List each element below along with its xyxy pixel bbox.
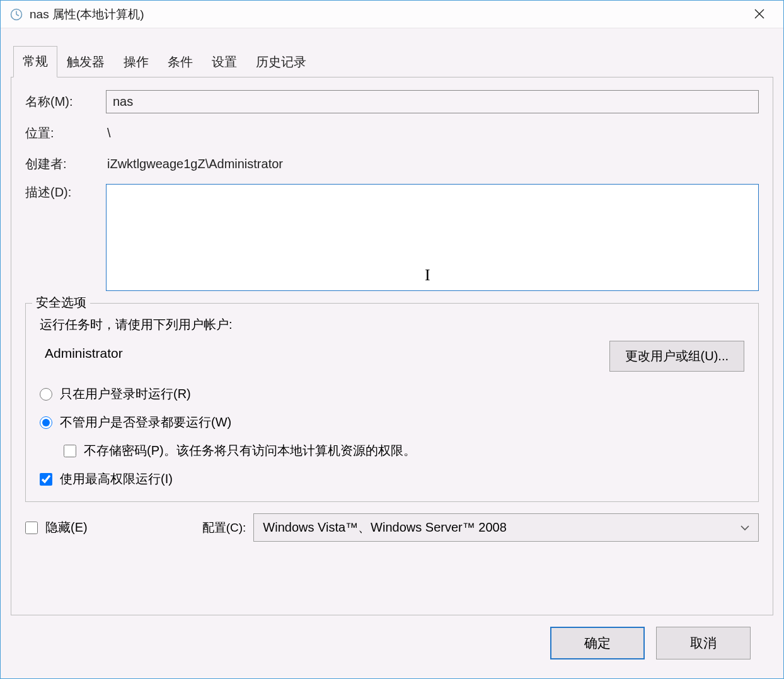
dialog-buttons: 确定 取消	[11, 615, 773, 672]
config-select[interactable]: Windows Vista™、Windows Server™ 2008	[253, 513, 759, 542]
cancel-button[interactable]: 取消	[656, 627, 751, 659]
name-label: 名称(M):	[25, 93, 106, 110]
tab-triggers[interactable]: 触发器	[57, 47, 114, 77]
no-store-pw-row[interactable]: 不存储密码(P)。该任务将只有访问本地计算机资源的权限。	[64, 442, 744, 459]
radio-logged-on-label: 只在用户登录时运行(R)	[60, 385, 191, 402]
window-title: nas 属性(本地计算机)	[30, 6, 741, 23]
highest-priv-checkbox[interactable]	[40, 473, 52, 486]
tabstrip: 常规 触发器 操作 条件 设置 历史记录	[13, 47, 773, 77]
content-area: 常规 触发器 操作 条件 设置 历史记录 名称(M): 位置: \ 创建者:	[1, 28, 783, 678]
author-value: iZwktlgweage1gZ\Administrator	[106, 153, 759, 175]
security-groupbox: 安全选项 运行任务时，请使用下列用户帐户: Administrator 更改用户…	[25, 303, 759, 502]
config-value: Windows Vista™、Windows Server™ 2008	[263, 519, 506, 536]
radio-any[interactable]	[40, 416, 52, 429]
hidden-label: 隐藏(E)	[45, 519, 88, 536]
dialog-window: nas 属性(本地计算机) 常规 触发器 操作 条件 设置 历史记录 名称(M)…	[0, 0, 784, 679]
run-as-label: 运行任务时，请使用下列用户帐户:	[40, 316, 233, 333]
author-label: 创建者:	[25, 156, 106, 173]
highest-priv-label: 使用最高权限运行(I)	[60, 471, 173, 488]
ok-button[interactable]: 确定	[550, 627, 645, 659]
description-label: 描述(D):	[25, 184, 106, 201]
radio-logged-on-row[interactable]: 只在用户登录时运行(R)	[40, 385, 744, 402]
description-textarea[interactable]	[106, 184, 759, 291]
tab-history[interactable]: 历史记录	[246, 47, 316, 77]
no-store-pw-label: 不存储密码(P)。该任务将只有访问本地计算机资源的权限。	[84, 442, 416, 459]
tab-general[interactable]: 常规	[13, 46, 57, 77]
security-legend: 安全选项	[32, 294, 90, 311]
hidden-checkbox[interactable]	[25, 522, 38, 534]
clock-icon	[9, 8, 23, 21]
titlebar: nas 属性(本地计算机)	[1, 1, 783, 28]
no-store-pw-checkbox[interactable]	[64, 445, 76, 457]
location-label: 位置:	[25, 125, 106, 142]
close-button[interactable]	[741, 2, 778, 27]
tabpanel-general: 名称(M): 位置: \ 创建者: iZwktlgweage1gZ\Admini…	[11, 77, 773, 615]
radio-any-row[interactable]: 不管用户是否登录都要运行(W)	[40, 414, 744, 431]
highest-priv-row[interactable]: 使用最高权限运行(I)	[40, 471, 744, 488]
radio-logged-on[interactable]	[40, 388, 52, 401]
tab-conditions[interactable]: 条件	[158, 47, 202, 77]
chevron-down-icon	[741, 522, 749, 534]
svg-line-2	[16, 14, 19, 16]
radio-any-label: 不管用户是否登录都要运行(W)	[60, 414, 231, 431]
hidden-row[interactable]: 隐藏(E)	[25, 519, 88, 536]
change-user-button[interactable]: 更改用户或组(U)...	[609, 341, 744, 372]
config-label: 配置(C):	[202, 520, 246, 536]
location-value: \	[106, 122, 759, 144]
tab-actions[interactable]: 操作	[114, 47, 158, 77]
tab-settings[interactable]: 设置	[202, 47, 246, 77]
account-value: Administrator	[40, 341, 598, 372]
name-input[interactable]	[106, 90, 759, 113]
close-icon	[754, 8, 764, 21]
